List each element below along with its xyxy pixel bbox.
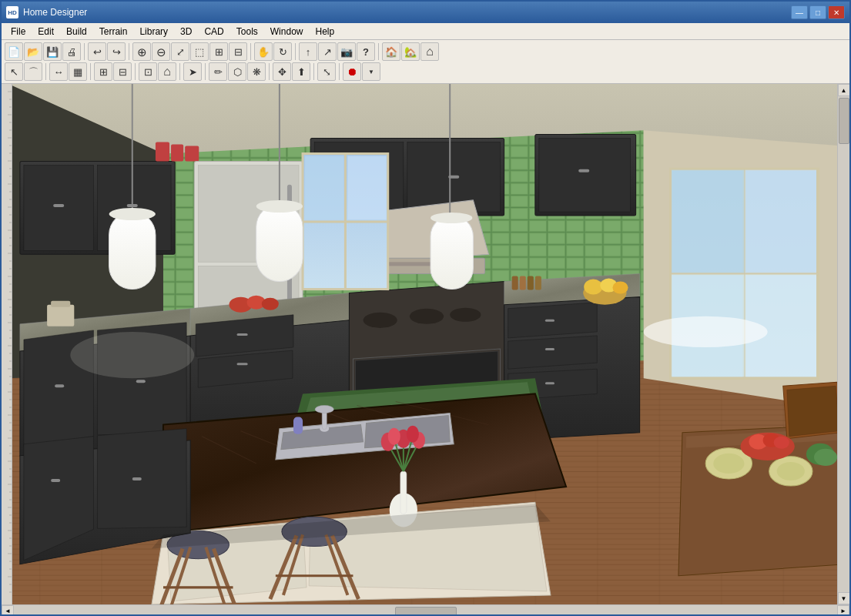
arc-tool[interactable]: ⌒	[24, 62, 42, 81]
svg-point-174	[388, 428, 400, 445]
menu-library[interactable]: Library	[133, 25, 174, 38]
zoom-in-button[interactable]: ⊕	[132, 42, 151, 61]
help-button-tb[interactable]: ?	[357, 42, 375, 61]
svg-rect-86	[171, 144, 183, 161]
svg-rect-81	[24, 166, 94, 251]
menu-3d[interactable]: 3D	[174, 25, 198, 38]
menu-file[interactable]: File	[5, 25, 32, 38]
svg-rect-109	[136, 380, 146, 383]
horizontal-scroll-thumb[interactable]	[395, 607, 457, 616]
move-tool[interactable]: ✥	[273, 62, 291, 81]
home2-tool[interactable]: ⌂	[158, 62, 176, 81]
zoom-fit-button[interactable]: ⤢	[171, 42, 189, 61]
transform-tool[interactable]: ⤡	[317, 62, 336, 81]
cabinet-tool[interactable]: ▦	[69, 62, 87, 81]
svg-rect-216	[132, 477, 142, 480]
arrow-right-button[interactable]: ↗	[318, 42, 337, 61]
send-tool[interactable]: ➤	[183, 62, 202, 81]
scroll-up-button[interactable]: ▲	[838, 84, 850, 96]
sep5	[378, 43, 379, 60]
material-tool[interactable]: ⬡	[228, 62, 246, 81]
sep8	[135, 63, 136, 80]
zoom-out-button[interactable]: ⊖	[152, 42, 170, 61]
camera-button[interactable]: 📷	[337, 42, 356, 61]
zoom-select-button[interactable]: ⬚	[190, 42, 209, 61]
zoom-box2-button[interactable]: ⊟	[229, 42, 247, 61]
svg-rect-95	[578, 169, 589, 172]
house3-button[interactable]: ⌂	[420, 42, 439, 61]
canvas-area[interactable]	[12, 84, 837, 604]
minimize-button[interactable]: —	[791, 5, 808, 19]
record-dropdown[interactable]: ▼	[362, 62, 380, 81]
sep2	[129, 43, 129, 60]
redo-button[interactable]: ↪	[107, 42, 126, 61]
new-button[interactable]: 📄	[5, 42, 23, 61]
menu-build[interactable]: Build	[60, 25, 93, 38]
window-title: Home Designer	[23, 7, 791, 18]
symbol-tool[interactable]: ❋	[247, 62, 266, 81]
save-button[interactable]: 💾	[43, 42, 62, 61]
menu-tools[interactable]: Tools	[230, 25, 264, 38]
house2-button[interactable]: 🏡	[401, 42, 420, 61]
vertical-scroll-thumb[interactable]	[839, 98, 849, 144]
up-tool[interactable]: ⬆	[292, 62, 310, 81]
svg-point-163	[315, 405, 333, 413]
toolbar-area: 📄 📂 💾 🖨 ↩ ↪ ⊕ ⊖ ⤢ ⬚ ⊞ ⊟ ✋ ↻ ↑ ↗ 📷 ? 🏠 🏡	[2, 40, 849, 84]
svg-rect-138	[347, 156, 386, 219]
sep3	[250, 43, 251, 60]
toolbar-1: 📄 📂 💾 🖨 ↩ ↪ ⊕ ⊖ ⤢ ⬚ ⊞ ⊟ ✋ ↻ ↑ ↗ 📷 ? 🏠 🏡	[5, 42, 846, 62]
pan-button[interactable]: ✋	[254, 42, 273, 61]
svg-rect-108	[55, 384, 64, 387]
paint-tool[interactable]: ✏	[209, 62, 227, 81]
plan-tool[interactable]: ⊡	[139, 62, 157, 81]
sep10	[205, 63, 206, 80]
svg-rect-94	[539, 138, 631, 212]
zoom-box-button[interactable]: ⊞	[209, 42, 228, 61]
menu-window[interactable]: Window	[264, 25, 310, 38]
library-tool[interactable]: ⊞	[94, 62, 112, 81]
sep4	[295, 43, 296, 60]
svg-rect-128	[545, 348, 554, 350]
vertical-scroll-track[interactable]	[838, 96, 849, 592]
save2-tool[interactable]: ⊟	[113, 62, 132, 81]
svg-rect-218	[51, 301, 70, 307]
dimension-tool[interactable]: ↔	[49, 62, 68, 81]
kitchen-scene	[12, 84, 837, 604]
undo-button[interactable]: ↩	[88, 42, 106, 61]
select-tool[interactable]: ↖	[5, 62, 23, 81]
menu-terrain[interactable]: Terrain	[93, 25, 134, 38]
svg-rect-217	[47, 305, 74, 326]
house1-button[interactable]: 🏠	[382, 42, 400, 61]
print-button[interactable]: 🖨	[62, 42, 81, 61]
maximize-button[interactable]: □	[809, 5, 826, 19]
open-button[interactable]: 📂	[24, 42, 42, 61]
svg-rect-127	[545, 320, 554, 322]
horizontal-scroll-track[interactable]	[14, 605, 837, 616]
orbit-button[interactable]: ↻	[273, 42, 292, 61]
svg-rect-226	[293, 417, 303, 434]
scroll-right-button[interactable]: ►	[837, 605, 849, 617]
close-button[interactable]: ✕	[828, 5, 845, 19]
menu-bar: File Edit Build Terrain Library 3D CAD T…	[2, 23, 849, 40]
svg-rect-223	[520, 276, 526, 290]
svg-point-178	[109, 208, 156, 220]
svg-rect-129	[545, 382, 554, 384]
sep9	[179, 63, 180, 80]
arrow-up-button[interactable]: ↑	[299, 42, 317, 61]
svg-point-131	[584, 280, 602, 295]
menu-cad[interactable]: CAD	[198, 25, 230, 38]
svg-point-175	[407, 426, 419, 443]
scroll-down-button[interactable]: ▼	[838, 592, 850, 604]
menu-edit[interactable]: Edit	[32, 25, 60, 38]
svg-rect-184	[431, 216, 473, 290]
scroll-left-button[interactable]: ◄	[2, 605, 14, 617]
menu-help[interactable]: Help	[309, 25, 340, 38]
svg-rect-181	[256, 204, 303, 282]
svg-rect-0	[2, 84, 12, 604]
record-tool[interactable]: ⏺	[343, 62, 361, 81]
svg-point-203	[713, 454, 744, 474]
svg-point-221	[262, 298, 279, 310]
horizontal-scrollbar: ◄ ►	[2, 604, 849, 616]
svg-rect-177	[109, 212, 156, 290]
title-bar: HD Home Designer — □ ✕	[2, 2, 849, 23]
